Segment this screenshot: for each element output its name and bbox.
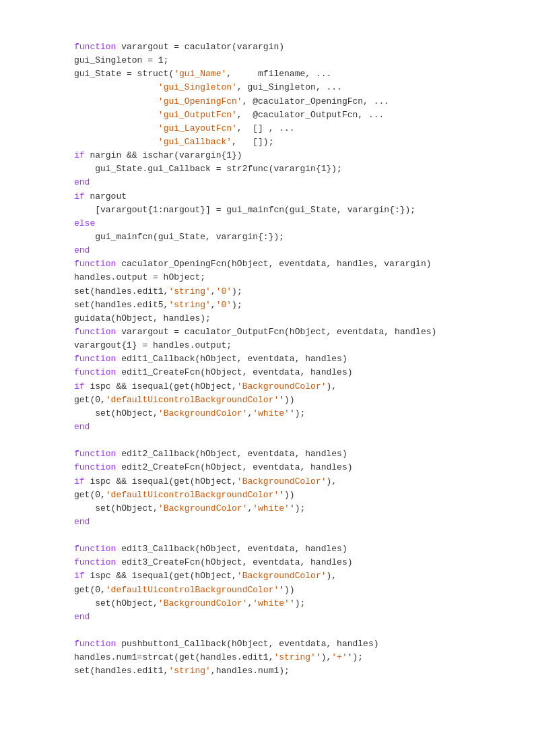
code-text: , mfilename, ... (226, 69, 331, 79)
string-literal: 'string' (273, 652, 315, 662)
code-text: edit2_Callback(hObject, eventdata, handl… (116, 449, 347, 459)
code-text: edit2_CreateFcn(hObject, eventdata, hand… (116, 462, 352, 472)
code-text: , []); (232, 137, 273, 147)
string-literal: 'gui_Singleton' (158, 82, 237, 92)
code-line: end (74, 515, 514, 529)
keyword: function (74, 544, 116, 554)
code-text: '); (290, 598, 305, 608)
code-line: if ispc && isequal(get(hObject,'Backgrou… (74, 380, 514, 393)
code-line: function varargout = caculator(varargin) (74, 40, 514, 54)
string-literal: '0' (216, 300, 232, 310)
code-text (74, 137, 158, 147)
keyword: if (74, 571, 85, 581)
keyword: if (74, 191, 85, 201)
code-text: ), (326, 381, 337, 391)
code-text: ); (232, 286, 242, 296)
code-line: 'gui_Singleton', gui_Singleton, ... (74, 81, 514, 94)
code-text (74, 96, 158, 106)
code-line: set(hObject,'BackgroundColor','white''); (74, 502, 514, 515)
keyword: end (74, 422, 90, 432)
code-line: set(hObject,'BackgroundColor','white''); (74, 597, 514, 610)
string-literal: 'string' (168, 300, 210, 310)
string-literal: 'BackgroundColor' (237, 381, 327, 391)
code-text: ispc && isequal(get(hObject, (85, 571, 237, 581)
code-line: 'gui_Callback', []); (74, 135, 514, 149)
code-line: function edit3_CreateFcn(hObject, eventd… (74, 556, 514, 569)
keyword: if (74, 381, 85, 391)
code-text: get(0, (74, 395, 106, 405)
code-text: set(hObject, (74, 408, 158, 418)
code-line: 'gui_OpeningFcn', @caculator_OpeningFcn,… (74, 95, 514, 108)
code-line: function edit3_Callback(hObject, eventda… (74, 542, 514, 556)
code-line: function edit2_CreateFcn(hObject, eventd… (74, 461, 514, 474)
string-literal: 'gui_OpeningFcn' (158, 96, 242, 106)
code-text: set(handles.edit1, (74, 666, 168, 676)
code-line: if ispc && isequal(get(hObject,'Backgrou… (74, 569, 514, 583)
code-text: , (211, 300, 216, 310)
code-line: end (74, 176, 514, 189)
string-literal: 'white' (253, 598, 290, 608)
code-line: gui_Singleton = 1; (74, 54, 514, 67)
string-literal: 'BackgroundColor' (237, 476, 327, 486)
code-text: '); (290, 503, 305, 513)
code-text: , [] , ... (237, 123, 295, 133)
code-line: function edit2_Callback(hObject, eventda… (74, 447, 514, 461)
code-text: ), (326, 476, 337, 486)
code-line: function edit1_CreateFcn(hObject, eventd… (74, 366, 514, 379)
keyword: end (74, 517, 90, 527)
code-text: '), (316, 652, 331, 662)
code-text: '); (290, 408, 305, 418)
code-text: edit1_CreateFcn(hObject, eventdata, hand… (116, 367, 352, 377)
string-literal: 'BackgroundColor' (237, 571, 327, 581)
keyword: function (74, 449, 116, 459)
code-line: if ispc && isequal(get(hObject,'Backgrou… (74, 475, 514, 489)
code-text: ')) (279, 490, 294, 500)
code-text: gui_mainfcn(gui_State, varargin{:}); (74, 232, 284, 242)
string-literal: 'defaultUicontrolBackgroundColor' (106, 395, 279, 405)
string-literal: '0' (216, 286, 232, 296)
code-line: end (74, 610, 514, 624)
string-literal: 'string' (168, 286, 210, 296)
code-text: , gui_Singleton, ... (237, 82, 342, 92)
string-literal: 'gui_Name' (174, 69, 226, 79)
code-line (74, 624, 514, 637)
code-line: handles.num1=strcat(get(handles.edit1,'s… (74, 651, 514, 664)
code-text: ')) (279, 585, 294, 595)
code-text: set(hObject, (74, 503, 158, 513)
code-text: '); (347, 652, 363, 662)
code-line: set(hObject,'BackgroundColor','white''); (74, 407, 514, 420)
code-line: function caculator_OpeningFcn(hObject, e… (74, 257, 514, 271)
code-text: nargout (85, 191, 127, 201)
code-line: set(handles.edit1,'string',handles.num1)… (74, 664, 514, 678)
string-literal: 'gui_OutputFcn' (158, 110, 237, 120)
code-line (74, 434, 514, 447)
string-literal: 'gui_Callback' (158, 137, 232, 147)
code-text: handles.output = hObject; (74, 272, 205, 282)
string-literal: 'BackgroundColor' (158, 503, 248, 513)
code-line: if nargout (74, 190, 514, 203)
code-line: gui_State.gui_Callback = str2func(vararg… (74, 162, 514, 176)
code-line (74, 529, 514, 542)
code-line: 'gui_LayoutFcn', [] , ... (74, 122, 514, 135)
keyword: function (74, 42, 116, 52)
keyword: function (74, 354, 116, 364)
code-line: gui_mainfcn(gui_State, varargin{:}); (74, 230, 514, 244)
code-line: if nargin && ischar(varargin{1}) (74, 149, 514, 162)
code-text: edit3_Callback(hObject, eventdata, handl… (116, 544, 347, 554)
code-text: varargout = caculator(varargin) (116, 42, 284, 52)
code-text: get(0, (74, 490, 106, 500)
string-literal: 'BackgroundColor' (158, 598, 248, 608)
code-text (74, 123, 158, 133)
code-text: gui_State = struct( (74, 69, 174, 79)
string-literal: 'gui_LayoutFcn' (158, 123, 237, 133)
code-text: ispc && isequal(get(hObject, (85, 381, 237, 391)
string-literal: 'white' (253, 408, 290, 418)
code-text: gui_State.gui_Callback = str2func(vararg… (74, 164, 342, 174)
code-line: function pushbutton1_Callback(hObject, e… (74, 637, 514, 651)
code-line: varargout{1} = handles.output; (74, 339, 514, 352)
keyword: end (74, 612, 90, 622)
code-text: ), (326, 571, 337, 581)
code-text: , @caculator_OutputFcn, ... (237, 110, 384, 120)
code-text: , @caculator_OpeningFcn, ... (242, 96, 389, 106)
string-literal: 'defaultUicontrolBackgroundColor' (106, 490, 279, 500)
